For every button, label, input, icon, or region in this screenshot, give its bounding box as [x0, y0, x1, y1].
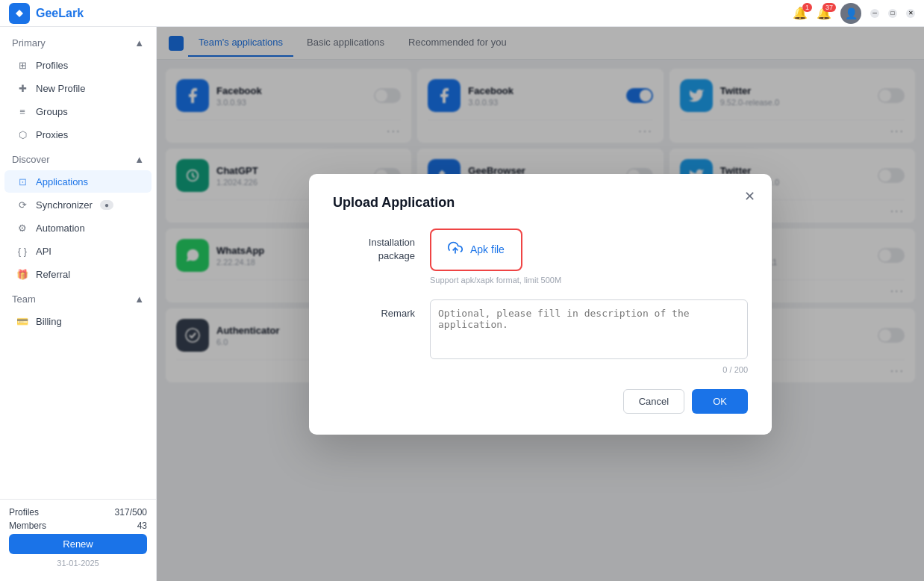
- remark-textarea[interactable]: [430, 299, 748, 359]
- sidebar-primary-header[interactable]: Primary ▲: [0, 33, 156, 53]
- remark-label: Remark: [333, 299, 415, 320]
- sidebar-item-api[interactable]: { } API: [4, 240, 152, 262]
- char-count: 0 / 200: [430, 365, 748, 374]
- sidebar-discover-header[interactable]: Discover ▲: [0, 149, 156, 170]
- plus-icon: ✚: [16, 82, 28, 94]
- sidebar-item-automation[interactable]: ⚙ Automation: [4, 217, 152, 239]
- user-avatar[interactable]: 👤: [840, 3, 861, 24]
- geelark-logo: [9, 3, 30, 24]
- sidebar-item-synchronizer[interactable]: ⟳ Synchronizer ●: [4, 193, 152, 216]
- sidebar-item-referral[interactable]: 🎁 Referral: [4, 263, 152, 285]
- main-layout: Primary ▲ ⊞ Profiles ✚ New Profile ≡ Gro…: [0, 27, 924, 581]
- minimize-button[interactable]: ─: [870, 9, 879, 18]
- automation-icon: ⚙: [16, 222, 28, 234]
- installation-package-row: Installationpackage Apk file: [333, 229, 748, 285]
- app-icon: ⊡: [16, 175, 28, 187]
- sidebar-item-new-profile[interactable]: ✚ New Profile: [4, 77, 152, 99]
- titlebar-left: GeeLark: [9, 3, 84, 24]
- renew-button[interactable]: Renew: [9, 534, 147, 554]
- sidebar-bottom: Profiles 317/500 Members 43 Renew 31-01-…: [0, 499, 156, 575]
- cancel-button[interactable]: Cancel: [623, 389, 684, 414]
- upload-icon: [448, 240, 463, 259]
- gift-icon: 🎁: [16, 268, 28, 280]
- modal-overlay: Upload Application ✕ Installationpackage: [157, 27, 924, 581]
- sidebar-item-profiles[interactable]: ⊞ Profiles: [4, 54, 152, 76]
- titlebar: GeeLark 🔔 1 🔔 37 👤 ─ □ ✕: [0, 0, 924, 27]
- installation-package-label: Installationpackage: [333, 229, 415, 263]
- sidebar-team-section: Team ▲ 💳 Billing: [0, 289, 156, 333]
- notification-bell-2[interactable]: 🔔 37: [817, 6, 831, 20]
- modal-close-button[interactable]: ✕: [739, 186, 760, 207]
- sync-badge: ●: [100, 200, 113, 210]
- proxy-icon: ⬡: [16, 128, 28, 140]
- chevron-up-icon: ▲: [134, 37, 144, 49]
- notif-badge-2: 37: [822, 3, 836, 12]
- chevron-up-icon: ▲: [134, 154, 144, 165]
- app-title: GeeLark: [36, 7, 84, 20]
- remark-field: 0 / 200: [430, 299, 748, 374]
- upload-hint: Support apk/xapk format, limit 500M: [430, 276, 748, 285]
- sidebar-item-billing[interactable]: 💳 Billing: [4, 310, 152, 332]
- remark-row: Remark 0 / 200: [333, 299, 748, 374]
- sidebar-item-applications[interactable]: ⊡ Applications: [4, 170, 152, 193]
- billing-icon: 💳: [16, 315, 28, 327]
- modal-footer: Cancel OK: [333, 389, 748, 414]
- upload-application-modal: Upload Application ✕ Installationpackage: [309, 174, 772, 435]
- notif-badge-1: 1: [802, 3, 812, 12]
- expiry-date: 31-01-2025: [9, 559, 147, 568]
- sidebar-item-groups[interactable]: ≡ Groups: [4, 100, 152, 122]
- members-stat: Members 43: [9, 521, 147, 531]
- modal-title: Upload Application: [333, 195, 748, 211]
- ok-button[interactable]: OK: [692, 389, 748, 414]
- titlebar-icons: 🔔 1 🔔 37 👤 ─ □ ✕: [793, 3, 915, 24]
- chevron-up-icon: ▲: [134, 293, 144, 305]
- sidebar-item-proxies[interactable]: ⬡ Proxies: [4, 123, 152, 146]
- sidebar: Primary ▲ ⊞ Profiles ✚ New Profile ≡ Gro…: [0, 27, 157, 581]
- sidebar-primary-section: Primary ▲ ⊞ Profiles ✚ New Profile ≡ Gro…: [0, 33, 156, 146]
- list-icon: ≡: [16, 105, 28, 117]
- sync-icon: ⟳: [16, 199, 28, 211]
- sidebar-discover-section: Discover ▲ ⊡ Applications ⟳ Synchronizer…: [0, 149, 156, 286]
- content-area: Team's applications Basic applications R…: [157, 27, 924, 581]
- notification-bell-1[interactable]: 🔔 1: [793, 6, 808, 20]
- grid-icon: ⊞: [16, 59, 28, 71]
- api-icon: { }: [16, 245, 28, 257]
- maximize-button[interactable]: □: [888, 9, 897, 18]
- close-button[interactable]: ✕: [906, 9, 915, 18]
- upload-apk-label: Apk file: [470, 243, 505, 255]
- profiles-stat: Profiles 317/500: [9, 507, 147, 518]
- sidebar-team-header[interactable]: Team ▲: [0, 289, 156, 309]
- installation-package-field: Apk file Support apk/xapk format, limit …: [430, 229, 748, 285]
- upload-apk-box[interactable]: Apk file: [430, 229, 522, 271]
